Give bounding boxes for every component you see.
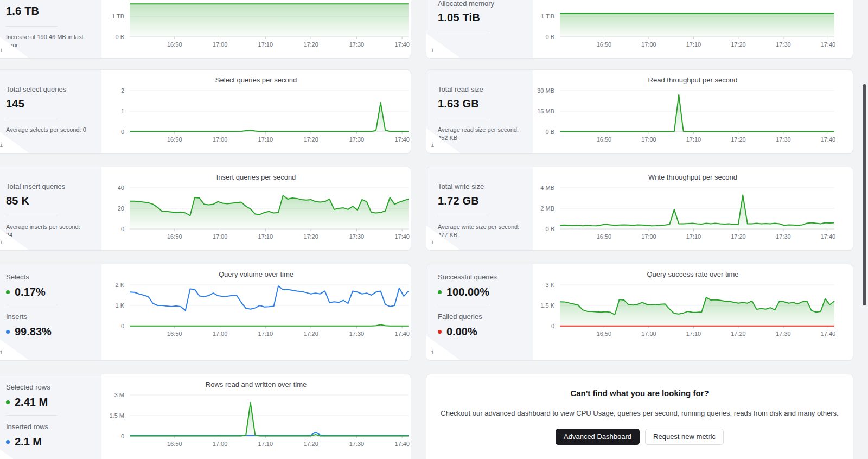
promo-buttons: Advanced Dashboard Request new metric xyxy=(556,429,724,445)
corner-fold xyxy=(426,226,460,250)
stat-value: 1.05 TiB xyxy=(438,11,525,24)
x-tick-label: 17:10 xyxy=(686,330,701,337)
write-throughput-line xyxy=(560,195,834,226)
chart-panel: 1 TiB0 B16:5017:0017:1017:2017:3017:40 xyxy=(533,0,853,58)
stat-value: 1.72 GB xyxy=(438,195,525,207)
metric-label: Selected rows xyxy=(6,383,94,391)
chart-panel: Insert queries per second4020016:5017:00… xyxy=(101,167,411,250)
x-tick-label: 17:20 xyxy=(731,233,746,240)
x-tick-label: 17:30 xyxy=(349,41,365,48)
x-tick-label: 17:20 xyxy=(303,233,318,240)
dashboard-row: Selects0.17%Inserts99.83%iQuery volume o… xyxy=(0,264,868,361)
allocated-memory-area xyxy=(560,14,834,37)
x-tick-label: 16:50 xyxy=(597,330,612,337)
x-tick-label: 17:40 xyxy=(394,441,410,447)
divider xyxy=(438,33,489,33)
stat-panel: 1.6 TBIncrease of 190.46 MB in last hour… xyxy=(0,0,101,58)
info-icon[interactable]: i xyxy=(431,47,435,54)
stat-panel: Total write size1.72 GBAverage write siz… xyxy=(426,167,533,250)
stat-label: Total insert queries xyxy=(6,182,94,190)
x-tick-label: 17:30 xyxy=(349,441,365,447)
divider xyxy=(6,216,58,216)
info-icon[interactable]: i xyxy=(431,349,435,356)
chart-plot: 4 MB2 MB0 B16:5017:0017:1017:2017:3017:4… xyxy=(560,188,834,229)
metric-label: Inserts xyxy=(6,313,94,321)
promo-body: Checkout our advanced dashboard to view … xyxy=(441,409,838,417)
metric-card: 1.6 TBIncrease of 190.46 MB in last hour… xyxy=(0,0,411,59)
divider xyxy=(6,26,58,27)
x-tick-label: 17:10 xyxy=(686,41,701,48)
metric-label: Failed queries xyxy=(438,313,525,321)
advanced-dashboard-button[interactable]: Advanced Dashboard xyxy=(556,429,640,445)
y-tick-label: 3 K xyxy=(532,281,554,289)
info-icon[interactable]: i xyxy=(0,142,3,149)
x-tick-label: 17:30 xyxy=(349,233,365,240)
x-tick-label: 17:00 xyxy=(641,233,656,240)
x-tick-label: 17:00 xyxy=(213,233,228,240)
info-icon[interactable]: i xyxy=(431,239,435,246)
corner-fold xyxy=(426,336,460,360)
chart-title: Read throughput per second xyxy=(533,75,853,87)
stat-value: 1.6 TB xyxy=(6,5,94,17)
selected-rows-line xyxy=(130,403,409,436)
x-tick-label: 17:20 xyxy=(303,136,318,143)
y-tick-label: 0 xyxy=(101,432,124,440)
x-tick-label: 17:30 xyxy=(776,330,791,337)
corner-fold xyxy=(0,34,29,58)
selects-per-second-line xyxy=(130,103,409,131)
chart-title: Select queries per second xyxy=(101,75,411,87)
info-icon[interactable]: i xyxy=(431,142,435,149)
stat-panel: Total insert queries85 KAverage inserts … xyxy=(0,167,101,250)
metric-value: 2.41 M xyxy=(15,396,48,409)
dashboard-row: Total insert queries85 KAverage inserts … xyxy=(0,167,868,251)
corner-fold xyxy=(0,446,29,459)
x-tick-label: 17:30 xyxy=(349,136,365,143)
x-tick-label: 17:20 xyxy=(303,441,318,447)
chart-title: Query success rate over time xyxy=(533,270,853,282)
dashboard-row: Total select queries145Average selects p… xyxy=(0,69,868,154)
metric-card: Selects0.17%Inserts99.83%iQuery volume o… xyxy=(0,264,411,361)
y-tick-label: 0 B xyxy=(532,128,554,136)
x-tick-label: 17:40 xyxy=(821,233,836,240)
metrics-dashboard: 1.6 TBIncrease of 190.46 MB in last hour… xyxy=(0,0,868,459)
stat-label: Total read size xyxy=(438,85,525,93)
scrollbar-thumb[interactable] xyxy=(863,84,866,305)
info-icon[interactable]: i xyxy=(0,349,3,356)
dashboard-rows: 1.6 TBIncrease of 190.46 MB in last hour… xyxy=(0,0,868,459)
chart-title: Rows read and written over time xyxy=(101,380,411,392)
chart-panel: Write throughput per second4 MB2 MB0 B16… xyxy=(533,167,853,250)
metric-card: Allocated memory1.05 TiBi1 TiB0 B16:5017… xyxy=(426,0,853,59)
info-icon[interactable]: i xyxy=(0,239,3,246)
chart-panel: 1 TB0 B16:5017:0017:1017:2017:3017:40 xyxy=(101,0,411,58)
blue-legend-dot xyxy=(6,440,10,444)
promo-card: Can't find what you are looking for? Che… xyxy=(426,374,853,459)
green-legend-dot xyxy=(6,400,10,404)
x-tick-label: 17:10 xyxy=(686,136,701,143)
x-tick-label: 17:10 xyxy=(258,330,273,337)
request-new-metric-button[interactable]: Request new metric xyxy=(645,429,724,445)
stat-panel: Allocated memory1.05 TiBi xyxy=(426,0,533,58)
stat-panel: Selected rows2.41 MInserted rows2.1 Mi xyxy=(0,374,101,459)
x-tick-label: 16:50 xyxy=(167,330,182,337)
stat-panel: Total select queries145Average selects p… xyxy=(0,70,101,153)
chart-plot: 3 K1.5 K016:5017:0017:1017:2017:3017:40 xyxy=(560,285,834,326)
info-icon[interactable]: i xyxy=(0,47,3,54)
stat-label: Total select queries xyxy=(6,85,94,93)
chart-plot: 4020016:5017:0017:1017:2017:3017:40 xyxy=(130,188,409,229)
x-tick-label: 17:20 xyxy=(303,41,318,48)
metric-label: Selects xyxy=(6,273,94,281)
line-chart xyxy=(560,0,834,40)
metric-label: Inserted rows xyxy=(6,423,94,431)
y-tick-label: 0 xyxy=(101,128,124,136)
chart-plot: 1 TiB0 B16:5017:0017:1017:2017:3017:40 xyxy=(560,0,834,37)
y-tick-label: 0 B xyxy=(532,33,554,41)
corner-fold xyxy=(0,226,29,250)
line-chart xyxy=(560,91,834,135)
divider xyxy=(6,305,58,305)
y-tick-label: 1 K xyxy=(101,302,124,309)
y-tick-label: 1 TiB xyxy=(532,12,554,20)
x-tick-label: 17:30 xyxy=(776,233,791,240)
metric-value: 100.00% xyxy=(446,286,489,298)
chart-plot: 2 K1 K016:5017:0017:1017:2017:3017:40 xyxy=(130,285,409,326)
x-tick-label: 17:00 xyxy=(213,136,228,143)
